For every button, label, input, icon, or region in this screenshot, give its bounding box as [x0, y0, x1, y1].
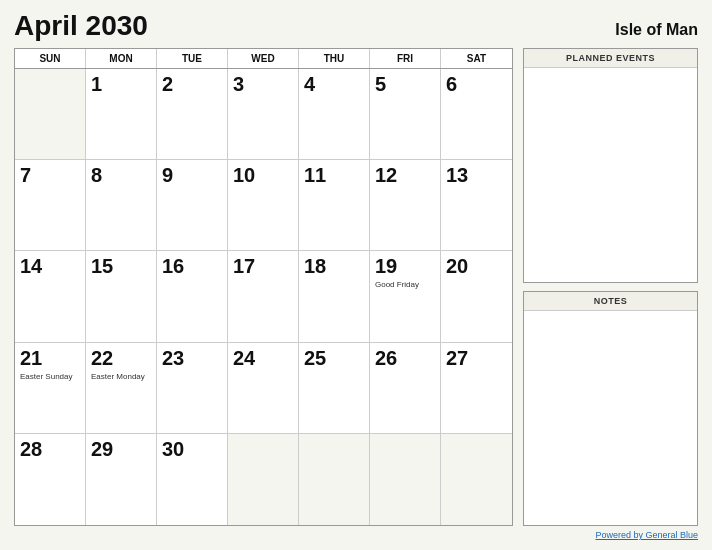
notes-title: NOTES: [524, 292, 697, 311]
day-number: 22: [91, 347, 151, 370]
cal-cell: [370, 434, 441, 525]
day-number: 17: [233, 255, 293, 278]
day-number: 26: [375, 347, 435, 370]
cal-header-cell: SAT: [441, 49, 512, 68]
cal-cell: 26: [370, 343, 441, 434]
cal-header-cell: SUN: [15, 49, 86, 68]
header: April 2030 Isle of Man: [14, 10, 698, 42]
day-number: 1: [91, 73, 151, 96]
page: April 2030 Isle of Man SUNMONTUEWEDTHUFR…: [0, 0, 712, 550]
calendar-body: 12345678910111213141516171819Good Friday…: [15, 69, 512, 525]
day-number: 8: [91, 164, 151, 187]
sidebar: PLANNED EVENTS NOTES: [523, 48, 698, 526]
planned-events-content: [524, 68, 697, 282]
day-number: 29: [91, 438, 151, 461]
day-number: 13: [446, 164, 507, 187]
event-label: Easter Sunday: [20, 372, 80, 382]
cal-cell: 22Easter Monday: [86, 343, 157, 434]
day-number: 23: [162, 347, 222, 370]
day-number: 21: [20, 347, 80, 370]
cal-cell: 30: [157, 434, 228, 525]
cal-cell: 4: [299, 69, 370, 160]
cal-cell: 15: [86, 251, 157, 342]
day-number: 2: [162, 73, 222, 96]
cal-cell: 1: [86, 69, 157, 160]
cal-cell: 6: [441, 69, 512, 160]
cal-cell: 7: [15, 160, 86, 251]
day-number: 11: [304, 164, 364, 187]
cal-cell: 19Good Friday: [370, 251, 441, 342]
day-number: 3: [233, 73, 293, 96]
notes-box: NOTES: [523, 291, 698, 526]
cal-cell: [441, 434, 512, 525]
cal-header-cell: THU: [299, 49, 370, 68]
day-number: 25: [304, 347, 364, 370]
day-number: 5: [375, 73, 435, 96]
cal-cell: 14: [15, 251, 86, 342]
cal-cell: 18: [299, 251, 370, 342]
cal-cell: 5: [370, 69, 441, 160]
cal-cell: 13: [441, 160, 512, 251]
cal-header-cell: TUE: [157, 49, 228, 68]
day-number: 24: [233, 347, 293, 370]
cal-header-cell: MON: [86, 49, 157, 68]
cal-cell: 17: [228, 251, 299, 342]
notes-content: [524, 311, 697, 525]
cal-cell: [228, 434, 299, 525]
calendar-header: SUNMONTUEWEDTHUFRISAT: [15, 49, 512, 69]
powered-by-link[interactable]: Powered by General Blue: [595, 530, 698, 540]
cal-cell: 9: [157, 160, 228, 251]
day-number: 19: [375, 255, 435, 278]
cal-cell: 25: [299, 343, 370, 434]
cal-cell: 27: [441, 343, 512, 434]
planned-events-title: PLANNED EVENTS: [524, 49, 697, 68]
cal-cell: 12: [370, 160, 441, 251]
day-number: 14: [20, 255, 80, 278]
cal-cell: 29: [86, 434, 157, 525]
cal-cell: 2: [157, 69, 228, 160]
calendar: SUNMONTUEWEDTHUFRISAT 123456789101112131…: [14, 48, 513, 526]
cal-cell: 24: [228, 343, 299, 434]
cal-cell: 8: [86, 160, 157, 251]
cal-cell: 21Easter Sunday: [15, 343, 86, 434]
event-label: Easter Monday: [91, 372, 151, 382]
cal-cell: 28: [15, 434, 86, 525]
main-content: SUNMONTUEWEDTHUFRISAT 123456789101112131…: [14, 48, 698, 526]
region-label: Isle of Man: [615, 21, 698, 39]
day-number: 6: [446, 73, 507, 96]
day-number: 15: [91, 255, 151, 278]
day-number: 30: [162, 438, 222, 461]
cal-cell: 23: [157, 343, 228, 434]
footer: Powered by General Blue: [14, 530, 698, 540]
cal-header-cell: WED: [228, 49, 299, 68]
cal-cell: 20: [441, 251, 512, 342]
cal-cell: [299, 434, 370, 525]
day-number: 16: [162, 255, 222, 278]
cal-cell: 11: [299, 160, 370, 251]
day-number: 9: [162, 164, 222, 187]
day-number: 27: [446, 347, 507, 370]
cal-cell: 10: [228, 160, 299, 251]
cal-cell: 3: [228, 69, 299, 160]
day-number: 4: [304, 73, 364, 96]
cal-cell: [15, 69, 86, 160]
day-number: 12: [375, 164, 435, 187]
cal-header-cell: FRI: [370, 49, 441, 68]
event-label: Good Friday: [375, 280, 435, 290]
page-title: April 2030: [14, 10, 148, 42]
cal-cell: 16: [157, 251, 228, 342]
day-number: 18: [304, 255, 364, 278]
day-number: 28: [20, 438, 80, 461]
planned-events-box: PLANNED EVENTS: [523, 48, 698, 283]
day-number: 7: [20, 164, 80, 187]
day-number: 10: [233, 164, 293, 187]
day-number: 20: [446, 255, 507, 278]
